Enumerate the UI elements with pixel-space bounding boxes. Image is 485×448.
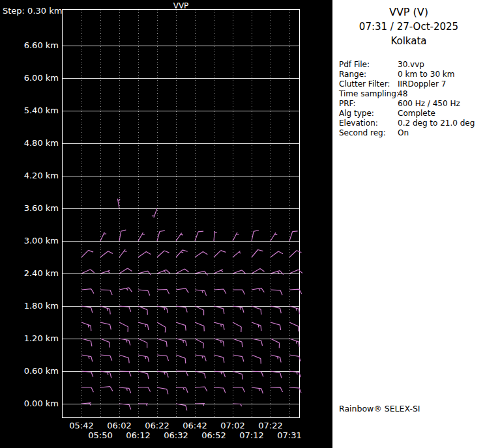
wind-barb — [100, 290, 112, 295]
wind-barb — [100, 251, 113, 257]
wind-barb — [81, 306, 93, 313]
wind-barb — [214, 387, 226, 393]
info-fields: Pdf File:30.vvpRange:0 km to 30 kmClutte… — [339, 60, 485, 138]
wind-barb — [138, 306, 147, 315]
wind-barb — [214, 306, 224, 314]
wind-barb — [289, 371, 301, 377]
product-title: VVP (V) — [332, 6, 485, 18]
x-axis-tick-label: 06:02 — [100, 421, 138, 430]
wind-barb — [119, 322, 128, 332]
wind-barb — [195, 339, 203, 348]
x-axis-tick-label: 06:22 — [138, 421, 176, 430]
wind-barb — [195, 271, 208, 275]
wind-barb — [214, 339, 224, 346]
wind-barb — [195, 290, 207, 296]
wind-barb — [119, 268, 132, 273]
wind-barb — [138, 271, 151, 275]
info-field-row: Elevation:0.2 deg to 21.0 deg — [339, 119, 485, 128]
x-axis-tick-label: 07:02 — [214, 421, 252, 430]
info-field-row: Second reg:On — [339, 128, 485, 138]
wind-barb — [81, 289, 94, 294]
wind-barb — [195, 371, 205, 378]
wind-barb — [157, 270, 170, 273]
wind-barb — [176, 233, 183, 241]
wind-barb — [233, 371, 242, 380]
info-field-row: Range:0 km to 30 km — [339, 70, 485, 79]
wind-barb — [176, 250, 188, 257]
info-field-label: Elevation: — [339, 119, 398, 128]
wind-barb — [157, 339, 167, 347]
info-field-row: Time sampling:48 — [339, 89, 485, 99]
wind-barb — [119, 230, 126, 241]
y-axis-label: 2.40 km — [0, 269, 59, 278]
wind-barb — [271, 251, 283, 257]
wind-barb — [289, 231, 298, 241]
wind-barb — [233, 306, 244, 313]
x-axis-tick-label: 07:12 — [233, 431, 271, 440]
wind-barb — [176, 306, 187, 313]
wind-barb — [138, 404, 148, 406]
y-axis-label: 5.40 km — [0, 106, 59, 115]
wind-barb — [271, 355, 281, 363]
y-axis-label: 1.80 km — [0, 301, 59, 311]
y-axis-label: 4.20 km — [0, 171, 59, 180]
wind-barb — [214, 322, 224, 330]
info-field-value: 0.2 deg to 21.0 deg — [398, 119, 475, 128]
wind-barb — [100, 270, 110, 273]
info-field-label: Range: — [339, 70, 398, 79]
info-field-value: 30.vvp — [398, 60, 424, 70]
x-axis-tick-label: 07:31 — [271, 431, 308, 440]
y-axis-label: 1.20 km — [0, 334, 59, 343]
wind-barb — [138, 355, 149, 362]
y-axis-label: 3.00 km — [0, 236, 59, 245]
wind-barb — [233, 290, 244, 294]
y-axis-label: 4.80 km — [0, 139, 59, 148]
wind-barb — [176, 355, 186, 363]
wind-barb — [233, 270, 246, 274]
wind-barb — [119, 404, 131, 410]
wind-barb — [195, 231, 203, 241]
wind-barb — [100, 339, 110, 348]
wind-barb — [252, 339, 263, 346]
wind-barb — [138, 387, 151, 392]
wind-barb — [252, 322, 261, 331]
y-axis-label: 6.60 km — [0, 41, 59, 50]
info-field-value: 48 — [398, 89, 407, 99]
x-axis-tick-label: 07:22 — [252, 421, 289, 430]
wind-barb — [176, 387, 188, 393]
wind-barb — [152, 208, 157, 217]
wind-barb — [119, 249, 126, 257]
wind-barb — [157, 306, 168, 313]
wind-barb — [252, 387, 263, 393]
wind-barb — [119, 355, 129, 363]
wind-barb — [138, 371, 149, 379]
wind-barb — [195, 252, 207, 257]
wind-barb — [271, 371, 282, 378]
wind-barb — [195, 322, 204, 331]
wind-barb — [157, 322, 166, 333]
wind-barb — [289, 270, 302, 273]
info-field-value: 0 km to 30 km — [398, 70, 455, 79]
wind-barb — [138, 232, 145, 241]
wind-barb — [252, 355, 261, 364]
info-field-label: Alg type: — [339, 109, 398, 119]
wind-barb — [81, 371, 93, 377]
wind-barb — [100, 232, 106, 241]
wind-barb-plot — [0, 0, 332, 448]
wind-barb — [233, 355, 244, 361]
wind-barb — [252, 288, 264, 292]
x-axis-tick-label: 05:50 — [81, 431, 119, 440]
wind-barb — [271, 232, 277, 241]
wind-barb — [289, 306, 300, 314]
info-field-label: Second reg: — [339, 128, 398, 138]
wind-barb — [233, 339, 242, 347]
wind-barb — [195, 404, 205, 406]
wind-barb — [176, 404, 187, 410]
wind-barb — [176, 288, 188, 293]
wind-barb — [100, 322, 111, 329]
wind-barb — [289, 339, 299, 347]
wind-barb — [252, 269, 265, 274]
wind-barb — [138, 251, 151, 257]
wind-barb — [100, 355, 112, 361]
info-field-value: Complete — [398, 109, 435, 119]
